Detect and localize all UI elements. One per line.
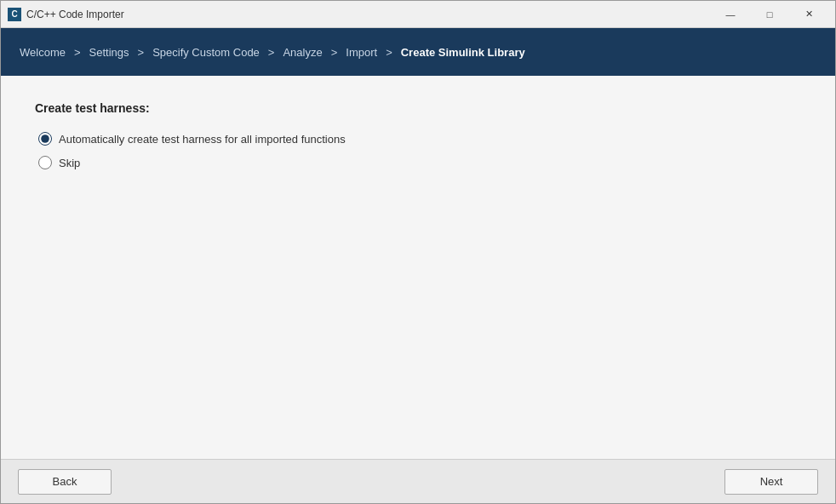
nav-sep-3: > [268,46,275,59]
nav-sep-5: > [386,46,392,59]
radio-skip-item[interactable]: Skip [38,156,801,169]
maximize-button[interactable]: □ [750,1,789,28]
main-window: C C/C++ Code Importer — □ ✕ Welcome > Se… [0,0,836,504]
title-bar: C C/C++ Code Importer — □ ✕ [1,1,835,28]
next-button[interactable]: Next [724,469,818,495]
nav-settings[interactable]: Settings [88,43,131,62]
window-title: C/C++ Code Importer [26,9,711,20]
nav-import[interactable]: Import [344,43,379,62]
nav-welcome[interactable]: Welcome [18,43,67,62]
nav-bar: Welcome > Settings > Specify Custom Code… [1,28,835,76]
radio-skip-input[interactable] [38,156,52,169]
bottom-bar: Back Next [1,459,835,503]
nav-create-library[interactable]: Create Simulink Library [399,43,527,62]
minimize-button[interactable]: — [711,1,750,28]
nav-sep-4: > [331,46,338,59]
radio-auto-input[interactable] [38,132,52,146]
nav-custom-code[interactable]: Specify Custom Code [151,43,261,62]
nav-analyze[interactable]: Analyze [281,43,324,62]
radio-auto-item[interactable]: Automatically create test harness for al… [38,132,801,146]
nav-sep-2: > [138,46,145,59]
nav-sep-1: > [74,46,81,59]
close-button[interactable]: ✕ [789,1,828,28]
app-icon: C [8,8,21,21]
section-title: Create test harness: [35,101,801,115]
radio-auto-label: Automatically create test harness for al… [59,133,346,146]
window-controls: — □ ✕ [711,1,828,28]
content-area: Create test harness: Automatically creat… [1,76,835,459]
back-button[interactable]: Back [18,469,112,495]
radio-skip-label: Skip [59,157,80,169]
radio-group: Automatically create test harness for al… [38,132,801,169]
